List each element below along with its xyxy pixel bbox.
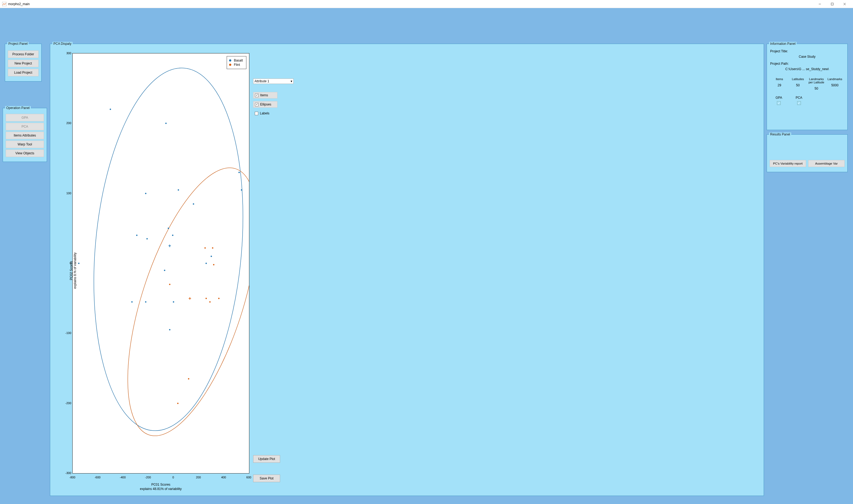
legend-label-basalt: Basalt [234,58,243,62]
pca-chart: Basalt Flint ++ PC02 Scores explains 8.%… [53,49,250,492]
y-tick: -300 [65,471,71,474]
close-button[interactable] [838,0,851,8]
data-point [193,203,194,204]
attribute-dropdown[interactable]: Attribute 1 ▾ [253,78,294,84]
pca-display-legend: PCA Dispaly [52,42,73,46]
svg-point-5 [79,62,249,437]
window-title: morpho2_main [8,2,30,6]
y-tick: -100 [65,331,71,335]
items-checkbox[interactable]: ✓ Items [253,92,277,98]
legend-dot-flint [229,64,231,66]
data-point [206,298,207,299]
labels-checkbox[interactable]: Labels [253,110,277,116]
x-tick: 400 [221,476,226,479]
landmarks-header: Landmarks [826,77,845,81]
checkbox-icon: ✓ [255,103,258,106]
x-tick: 0 [173,476,174,479]
pca-controls: Attribute 1 ▾ ✓ Items ✓ Ellipses Labels … [250,49,760,492]
check-icon: ✓ [797,101,801,105]
svg-rect-2 [831,3,833,5]
data-point [204,247,206,249]
data-point [177,402,179,404]
ellipses-checkbox[interactable]: ✓ Ellipses [253,101,277,108]
x-tick: -600 [94,476,101,479]
y-axis-label: PC02 Scores explains 8.% of variability [69,253,77,289]
project-title-label: Project Title: [770,49,844,53]
update-plot-button[interactable]: Update Plot [253,455,280,463]
chevron-down-icon: ▾ [291,79,292,83]
latitudes-value: 50 [789,83,807,87]
assemblage-var-button[interactable]: Assemblage Var [808,160,845,167]
items-value: 29 [770,83,789,87]
project-panel-legend: Project Panel [7,42,29,46]
maximize-button[interactable] [826,0,838,8]
load-project-button[interactable]: Load Project [8,69,39,76]
pcs-variability-button[interactable]: PC's Variability report [769,160,806,167]
operation-panel: Operation Panel GPA PCA Items Attributes… [3,108,47,162]
process-folder-button[interactable]: Process Folder [8,51,39,58]
data-point [164,270,165,271]
pca-button[interactable]: PCA [6,123,44,130]
x-axis-label: PC01 Scores explains 48.81% of variabili… [72,483,249,491]
minimize-button[interactable] [814,0,826,8]
pca-display-panel: PCA Dispaly Basalt Flint ++ [50,44,764,496]
y-tick: 300 [65,52,71,55]
project-path-label: Project Path: [770,62,844,66]
data-point [145,301,146,303]
x-tick: 200 [196,476,201,479]
data-point [169,329,170,330]
project-panel: Project Panel Process Folder New Project… [5,44,41,82]
data-point [213,264,215,266]
checkbox-icon [255,112,258,115]
y-tick: 200 [65,121,71,125]
checkbox-icon: ✓ [255,94,258,97]
save-plot-button[interactable]: Save Plot [253,474,280,482]
warp-tool-button[interactable]: Warp Tool [6,141,44,148]
items-attributes-button[interactable]: Items Attributes [6,132,44,139]
centroid-marker: + [188,296,191,301]
pca-status: PCA ✓ [796,96,802,105]
project-title-value: Case Study [770,55,844,58]
latitudes-header: Latitudes [789,77,807,81]
new-project-button[interactable]: New Project [8,60,39,67]
y-tick: -200 [65,401,71,405]
information-panel: Information Panel Project Title: Case St… [767,44,848,130]
data-point [218,298,219,299]
data-point [211,256,212,257]
data-point [173,301,174,303]
items-header: Items [770,77,789,81]
window-titlebar: morpho2_main [0,0,853,8]
chart-legend: Basalt Flint [227,56,247,69]
data-point [212,247,213,249]
legend-row-basalt: Basalt [229,58,243,62]
data-point [78,263,79,264]
x-tick: -400 [120,476,126,479]
data-point [136,235,138,236]
info-stats-table: Items 29 Latitudes 50 Landmarks per Lati… [770,77,844,90]
svg-point-6 [101,153,249,451]
view-objects-button[interactable]: View Objects [6,149,44,157]
data-point [210,301,211,303]
gpa-status: GPA ✓ [776,96,782,105]
legend-label-flint: Flint [234,63,240,67]
analysis-status-row: GPA ✓ PCA ✓ [770,96,844,105]
results-panel: Results Panel PC's Variability report As… [767,134,848,172]
data-point [172,235,174,236]
lpl-value: 50 [807,87,826,90]
data-point [110,109,111,110]
app-canvas: Project Panel Process Folder New Project… [0,8,853,504]
centroid-marker: + [168,244,171,248]
check-icon: ✓ [777,101,781,105]
gpa-button[interactable]: GPA [6,114,44,121]
x-tick: -200 [145,476,151,479]
information-panel-legend: Information Panel [769,42,797,46]
app-icon [2,2,6,6]
legend-row-flint: Flint [229,63,243,67]
data-point [168,228,169,229]
plot-box: Basalt Flint ++ [72,53,249,473]
data-point [146,238,148,239]
legend-dot-basalt [229,59,231,61]
data-point [238,172,240,173]
data-point [188,378,189,379]
data-point [178,189,179,191]
